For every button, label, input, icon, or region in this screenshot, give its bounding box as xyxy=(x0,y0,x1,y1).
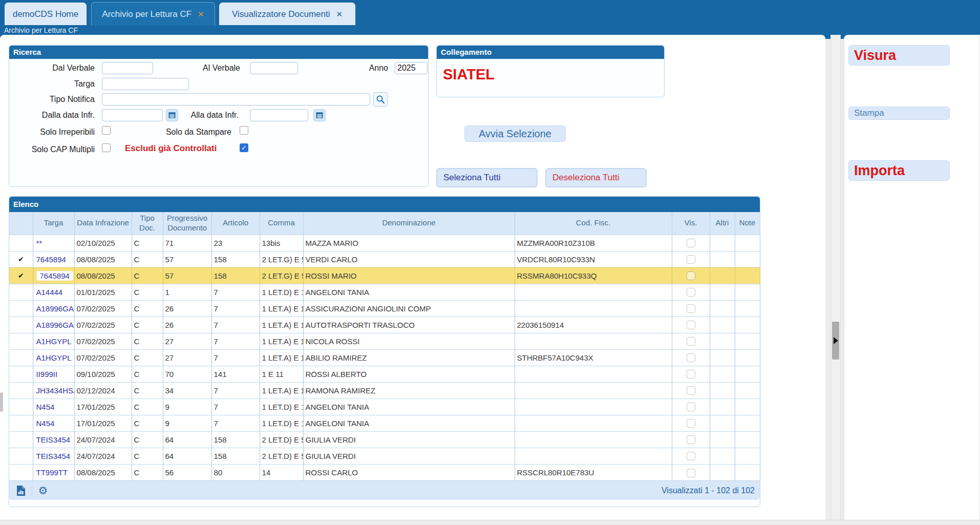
row-targa-link[interactable]: II999II xyxy=(33,366,74,382)
vis-checkbox[interactable] xyxy=(687,321,695,329)
table-row[interactable]: A14444 01/01/2025 C 1 7 1 LET.D) E 1 ANG… xyxy=(9,284,760,300)
col-tipo-doc[interactable]: Tipo Doc. xyxy=(132,212,163,235)
solo-irreperibili-checkbox[interactable]: ✓ xyxy=(102,126,111,135)
row-codfisc-cell xyxy=(515,415,672,431)
table-row[interactable]: II999II 09/10/2025 C 70 141 1 E 11 ROSSI… xyxy=(9,366,760,382)
table-row[interactable]: TT999TT 08/08/2025 C 56 80 14 ROSSI CARL… xyxy=(9,464,760,480)
vis-checkbox[interactable] xyxy=(687,271,695,280)
tipo-notifica-input[interactable] xyxy=(102,93,370,106)
alla-data-input[interactable] xyxy=(250,109,308,121)
col-vis[interactable]: Vis. xyxy=(672,212,710,235)
row-targa-link[interactable]: 7645894 xyxy=(33,251,74,267)
table-row[interactable]: ** 02/10/2025 C 71 23 13bis MAZZA MARIO … xyxy=(9,235,760,251)
deseleziona-tutti-button[interactable]: Deseleziona Tutti xyxy=(545,168,647,187)
vis-checkbox[interactable] xyxy=(687,239,695,247)
col-data-infrazione[interactable]: Data Infrazione xyxy=(74,212,132,235)
row-articolo-cell: 141 xyxy=(211,366,260,382)
close-icon[interactable]: ✕ xyxy=(198,10,204,18)
table-row[interactable]: A1HGYPL 07/02/2025 C 27 7 1 LET.A) E 1 N… xyxy=(9,333,760,349)
bottom-scrollbar-track[interactable] xyxy=(0,520,980,525)
table-body: ** 02/10/2025 C 71 23 13bis MAZZA MARIO … xyxy=(9,235,760,480)
dal-verbale-input[interactable] xyxy=(102,62,153,74)
col-note[interactable]: Note xyxy=(735,212,760,235)
importa-button[interactable]: Importa xyxy=(848,160,950,181)
col-articolo[interactable]: Articolo xyxy=(211,212,260,235)
table-row[interactable]: TEIS3454 24/07/2024 C 64 158 2 LET.D) E … xyxy=(9,448,760,464)
vis-checkbox[interactable] xyxy=(687,255,695,264)
table-row[interactable]: N454 17/01/2025 C 9 7 1 LET.D) E 1 ANGEL… xyxy=(9,398,760,415)
siatel-link[interactable]: SIATEL xyxy=(443,66,495,83)
table-row[interactable]: A18996GA 07/02/2025 C 26 7 1 LET.A) E 1 … xyxy=(9,300,760,317)
table-row[interactable]: JH3434HSJH 02/12/2024 C 34 7 1 LET.A) E … xyxy=(9,382,760,398)
vis-checkbox[interactable] xyxy=(687,419,695,428)
vis-checkbox[interactable] xyxy=(687,403,695,411)
table-row[interactable]: ✔ 7645894 08/08/2025 C 57 158 2 LET.G) E… xyxy=(9,267,760,284)
targa-input[interactable] xyxy=(102,78,189,90)
settings-button[interactable]: ⚙ xyxy=(36,484,50,497)
row-tipo-cell: C xyxy=(132,398,163,415)
al-verbale-input[interactable] xyxy=(250,62,298,74)
vis-checkbox[interactable] xyxy=(687,353,695,362)
row-targa-link[interactable]: JH3434HSJH xyxy=(33,382,74,398)
row-vis-cell xyxy=(672,317,710,333)
table-row[interactable]: TEIS3454 24/07/2024 C 64 158 2 LET.D) E … xyxy=(9,431,760,448)
visura-button[interactable]: Visura xyxy=(848,45,950,66)
tipo-notifica-search-button[interactable] xyxy=(373,92,388,107)
row-targa-link[interactable]: ** xyxy=(33,235,74,251)
row-altri-cell xyxy=(710,235,735,251)
col-cod-fisc[interactable]: Cod. Fisc. xyxy=(515,212,672,235)
table-row[interactable]: A1HGYPL 07/02/2025 C 27 7 1 LET.A) E 1 A… xyxy=(9,349,760,366)
vis-checkbox[interactable] xyxy=(687,337,695,346)
vis-checkbox[interactable] xyxy=(687,469,695,477)
row-targa-link[interactable]: TEIS3454 xyxy=(33,448,74,464)
targa-edit-box[interactable]: 7645894 xyxy=(36,271,73,281)
col-targa[interactable]: Targa xyxy=(33,212,74,235)
row-targa-link[interactable]: N454 xyxy=(33,398,74,415)
row-articolo-cell: 158 xyxy=(211,267,260,284)
tab-visualizzatore-documenti[interactable]: Visualizzatore Documenti ✕ xyxy=(219,3,355,25)
tab-archivio-lettura-cf[interactable]: Archivio per Lettura CF ✕ xyxy=(91,2,215,26)
row-targa-link[interactable]: N454 xyxy=(33,415,74,431)
row-altri-cell xyxy=(710,431,735,448)
vis-checkbox[interactable] xyxy=(687,386,695,395)
solo-da-stampare-checkbox[interactable]: ✓ xyxy=(240,126,248,135)
row-targa-link[interactable]: TT999TT xyxy=(33,464,74,480)
vis-checkbox[interactable] xyxy=(687,304,695,313)
seleziona-tutti-button[interactable]: Seleziona Tutti xyxy=(436,168,538,187)
row-targa-link[interactable]: A18996GA xyxy=(33,300,74,317)
stampa-button[interactable]: Stampa xyxy=(848,107,950,120)
col-denominazione[interactable]: Denominazione xyxy=(303,212,515,235)
export-button[interactable] xyxy=(14,484,28,497)
row-targa-link[interactable]: A14444 xyxy=(33,284,74,300)
table-row[interactable]: ✔ 7645894 08/08/2025 C 57 158 2 LET.G) E… xyxy=(9,251,760,267)
row-codfisc-cell: RSSCRL80R10E783U xyxy=(515,464,672,480)
col-progressivo-documento[interactable]: Progressivo Documento xyxy=(163,212,211,235)
col-altri[interactable]: Altri xyxy=(710,212,735,235)
row-targa-link[interactable]: TEIS3454 xyxy=(33,431,74,448)
row-targa-link[interactable]: A18996GA xyxy=(33,317,74,333)
vis-checkbox[interactable] xyxy=(687,370,695,379)
panel-splitter xyxy=(830,35,841,520)
col-comma[interactable]: Comma xyxy=(260,212,303,235)
row-targa-link[interactable]: 7645894 xyxy=(33,267,74,284)
row-targa-link[interactable]: A1HGYPL xyxy=(33,333,74,349)
row-targa-link[interactable]: A1HGYPL xyxy=(33,349,74,366)
anno-input[interactable] xyxy=(395,62,428,74)
splitter-collapse-handle[interactable] xyxy=(832,322,839,360)
vis-checkbox[interactable] xyxy=(687,288,695,297)
row-check-cell xyxy=(9,366,33,382)
table-row[interactable]: A18996GA 07/02/2025 C 26 7 1 LET.A) E 1 … xyxy=(9,317,760,333)
table-row[interactable]: N454 17/01/2025 C 9 7 1 LET.D) E 1 ANGEL… xyxy=(9,415,760,431)
row-note-cell xyxy=(735,366,760,382)
escludi-gia-controllati-checkbox[interactable]: ✓ xyxy=(240,143,248,152)
close-icon[interactable]: ✕ xyxy=(336,10,343,18)
row-vis-cell xyxy=(672,333,710,349)
tab-democds-home[interactable]: demoCDS Home xyxy=(5,3,87,25)
alla-data-calendar-button[interactable] xyxy=(313,109,326,121)
avvia-selezione-button[interactable]: Avvia Selezione xyxy=(464,125,566,142)
solo-cap-multipli-checkbox[interactable]: ✓ xyxy=(102,143,111,152)
vis-checkbox[interactable] xyxy=(687,435,695,444)
row-denominazione-cell: GIULIA VERDI xyxy=(303,431,515,448)
vertical-scrollbar-thumb[interactable] xyxy=(0,392,3,412)
vis-checkbox[interactable] xyxy=(687,452,695,460)
